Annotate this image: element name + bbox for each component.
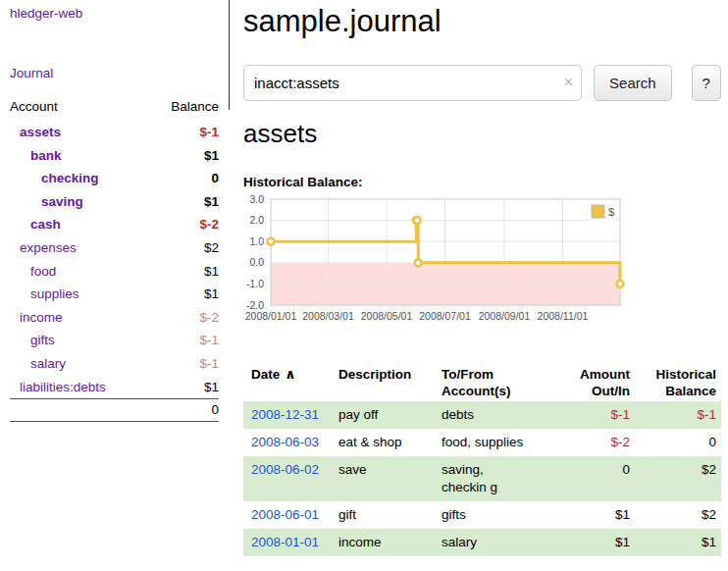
account-row: income$-2 bbox=[10, 306, 219, 330]
account-link[interactable]: expenses bbox=[20, 240, 77, 255]
account-row: supplies$1 bbox=[10, 283, 219, 306]
transaction-balance: $2 bbox=[630, 456, 721, 501]
transaction-date-cell: 2008-06-03 bbox=[243, 429, 338, 456]
register-header-amount: Amount Out/In bbox=[565, 364, 630, 401]
register-header-accounts: To/From Account(s) bbox=[442, 364, 565, 401]
svg-text:2008/05/01: 2008/05/01 bbox=[361, 310, 413, 322]
transaction-description: gift bbox=[338, 501, 442, 529]
register-header-accounts-label: To/From Account(s) bbox=[442, 366, 526, 399]
account-row: expenses$2 bbox=[10, 236, 219, 260]
transaction-date-link[interactable]: 2008-06-03 bbox=[251, 435, 319, 449]
account-balance: $1 bbox=[149, 260, 219, 284]
help-button[interactable]: ? bbox=[692, 65, 721, 101]
svg-text:2008/09/01: 2008/09/01 bbox=[479, 310, 531, 322]
svg-text:2008/01/01: 2008/01/01 bbox=[245, 310, 297, 322]
search-input[interactable] bbox=[243, 65, 582, 101]
account-balance: $-2 bbox=[149, 213, 219, 236]
historical-balance-chart: 3.02.01.00.0-1.0-2.02008/01/012008/03/01… bbox=[239, 193, 721, 340]
svg-text:2008/03/01: 2008/03/01 bbox=[302, 310, 354, 322]
legend-swatch bbox=[592, 205, 604, 218]
svg-text:-2.0: -2.0 bbox=[246, 299, 264, 311]
account-balance: $2 bbox=[149, 236, 219, 260]
transaction-date-link[interactable]: 2008-12-31 bbox=[251, 407, 319, 422]
balance-chart-svg: 3.02.01.00.0-1.0-2.02008/01/012008/03/01… bbox=[239, 193, 634, 337]
account-link[interactable]: salary bbox=[30, 356, 66, 371]
register-header-date[interactable]: Date∧ bbox=[243, 364, 338, 401]
accounts-total-spacer bbox=[10, 399, 149, 422]
svg-text:1.0: 1.0 bbox=[249, 235, 264, 247]
transaction-description: eat & shop bbox=[338, 429, 442, 456]
svg-text:-1.0: -1.0 bbox=[246, 278, 264, 289]
svg-text:2008/11/01: 2008/11/01 bbox=[538, 310, 589, 322]
transaction-date-cell: 2008-12-31 bbox=[243, 401, 338, 429]
search-button[interactable]: Search bbox=[594, 65, 672, 101]
sidebar: hledger-web Journal Account Balance asse… bbox=[0, 0, 229, 422]
accounts-total-balance: 0 bbox=[149, 399, 219, 422]
register-header-date-label: Date bbox=[251, 367, 280, 382]
account-balance: $1 bbox=[149, 283, 219, 306]
accounts-header-account: Account bbox=[10, 99, 149, 121]
register-row: 2008-06-02savesaving, checkin g0$2 bbox=[243, 456, 721, 501]
transaction-amount: $-1 bbox=[565, 401, 630, 429]
app-title-link[interactable]: hledger-web bbox=[10, 6, 219, 21]
accounts-header-balance: Balance bbox=[149, 99, 219, 121]
account-balance: $1 bbox=[149, 190, 219, 214]
transaction-balance: $-1 bbox=[630, 401, 721, 429]
svg-text:0.0: 0.0 bbox=[249, 256, 264, 268]
main-content: sample.journal × Search ? assets Histori… bbox=[243, 0, 721, 556]
account-link[interactable]: cash bbox=[30, 217, 61, 232]
transaction-balance: 0 bbox=[630, 429, 721, 456]
account-link[interactable]: saving bbox=[41, 194, 83, 209]
transaction-date-cell: 2008-01-01 bbox=[243, 529, 338, 556]
account-row: gifts$-1 bbox=[10, 329, 219, 352]
clear-search-icon[interactable]: × bbox=[564, 73, 573, 92]
transaction-balance: $2 bbox=[630, 501, 721, 529]
account-balance: 0 bbox=[149, 167, 219, 190]
transaction-accounts: saving, checkin g bbox=[442, 456, 565, 501]
svg-text:2.0: 2.0 bbox=[249, 214, 264, 226]
account-link[interactable]: food bbox=[30, 264, 56, 279]
account-row: cash$-2 bbox=[10, 213, 219, 236]
transaction-date-link[interactable]: 2008-06-01 bbox=[251, 507, 319, 522]
transaction-accounts: food, supplies bbox=[442, 429, 565, 456]
svg-text:2008/07/01: 2008/07/01 bbox=[419, 310, 471, 322]
account-link[interactable]: liabilities:debts bbox=[20, 380, 106, 394]
page-title: sample.journal bbox=[243, 4, 721, 39]
column-divider bbox=[229, 0, 230, 110]
register-row: 2008-06-01giftgifts$1$2 bbox=[243, 501, 721, 529]
transaction-description: save bbox=[338, 456, 442, 501]
register-row: 2008-06-03eat & shopfood, supplies$-20 bbox=[243, 429, 721, 456]
transaction-date-link[interactable]: 2008-01-01 bbox=[251, 535, 319, 549]
transaction-date-link[interactable]: 2008-06-02 bbox=[251, 462, 319, 477]
account-row: saving$1 bbox=[10, 190, 219, 214]
account-link[interactable]: gifts bbox=[30, 333, 55, 347]
register-header-balance: Historical Balance bbox=[630, 364, 721, 401]
transaction-description: income bbox=[338, 529, 442, 556]
sort-ascending-icon: ∧ bbox=[285, 366, 295, 382]
account-link[interactable]: income bbox=[20, 310, 63, 325]
transaction-accounts: salary bbox=[442, 529, 565, 556]
accounts-total-row: 0 bbox=[10, 399, 219, 422]
account-balance: $-1 bbox=[149, 329, 219, 352]
account-link[interactable]: checking bbox=[41, 171, 99, 185]
legend-label: $ bbox=[608, 206, 614, 218]
account-balance: $1 bbox=[149, 376, 219, 399]
search-bar: × Search ? bbox=[243, 65, 721, 101]
account-row: salary$-1 bbox=[10, 352, 219, 376]
register-header-row: Date∧ Description To/From Account(s) Amo… bbox=[243, 364, 721, 401]
accounts-table: Account Balance assets$-1bank$1checking0… bbox=[10, 99, 219, 422]
journal-link[interactable]: Journal bbox=[10, 66, 53, 80]
chart-title: Historical Balance: bbox=[243, 175, 721, 189]
register-row: 2008-12-31pay offdebts$-1$-1 bbox=[243, 401, 721, 429]
transaction-amount: $1 bbox=[565, 529, 630, 556]
transaction-amount: $1 bbox=[565, 501, 630, 529]
register-table: Date∧ Description To/From Account(s) Amo… bbox=[243, 364, 721, 556]
account-balance: $1 bbox=[149, 144, 219, 168]
account-link[interactable]: assets bbox=[20, 125, 61, 139]
account-row: bank$1 bbox=[10, 144, 219, 168]
account-link[interactable]: supplies bbox=[30, 286, 79, 301]
account-link[interactable]: bank bbox=[30, 148, 62, 163]
register-header-description: Description bbox=[338, 364, 442, 401]
transaction-balance: $1 bbox=[630, 529, 721, 556]
register-row: 2008-01-01incomesalary$1$1 bbox=[243, 529, 721, 556]
